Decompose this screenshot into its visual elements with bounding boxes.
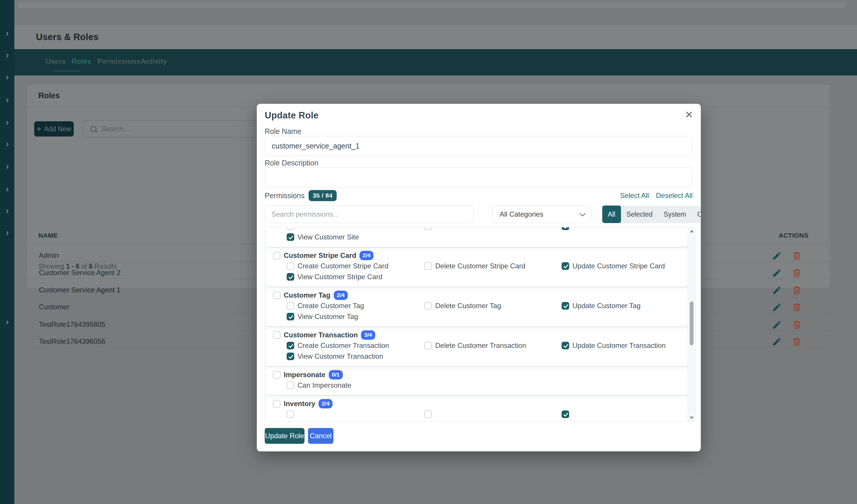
permission-checkbox[interactable]: [287, 352, 294, 360]
permission-label: View Customer Site: [298, 233, 359, 241]
role-name-value: customer_service_agent_1: [272, 142, 359, 150]
permission-label: Delete Customer Stripe Card: [435, 262, 525, 270]
group-count-badge: 0/1: [329, 370, 343, 380]
permission-label: Delete Customer Transaction: [435, 342, 526, 350]
filter-all[interactable]: All: [602, 206, 621, 223]
group-title: Inventory: [284, 400, 315, 408]
group-title: Customer Tag: [284, 291, 331, 299]
permission-label: Create Customer Tag: [298, 302, 364, 310]
permission-checkbox[interactable]: [287, 227, 294, 230]
group-count-badge: 2/4: [334, 291, 348, 300]
scrollbar[interactable]: [688, 227, 695, 421]
permission-checkbox[interactable]: [287, 313, 294, 320]
permission-group: Customer Stripe Card 2/4 Create Customer…: [266, 250, 688, 287]
permission-checkbox[interactable]: [287, 233, 294, 241]
scroll-down-icon[interactable]: [690, 417, 694, 419]
permission-label: Update Customer Stripe Card: [572, 262, 665, 270]
permission-checkbox[interactable]: [287, 302, 294, 310]
scrollbar-thumb[interactable]: [690, 301, 693, 345]
group-count-badge: 3/4: [361, 330, 375, 340]
permission-checkbox[interactable]: [424, 262, 432, 270]
permission-checkbox[interactable]: [287, 262, 294, 270]
permissions-count-badge: 35 / 84: [308, 190, 337, 201]
permission-checkbox[interactable]: [561, 342, 569, 349]
permission-checkbox[interactable]: [424, 411, 432, 418]
group-checkbox[interactable]: [273, 371, 281, 379]
permissions-list: View Customer Site Customer Stripe Card …: [265, 227, 695, 422]
filter-segmented-control: All Selected System Custom: [602, 206, 701, 223]
cancel-button[interactable]: Cancel: [308, 428, 333, 444]
permission-group: View Customer Site: [266, 227, 688, 247]
role-description-input[interactable]: [265, 168, 693, 187]
permission-checkbox[interactable]: [424, 302, 432, 310]
screen: Users & Roles Users Roles Permissions Ac…: [0, 0, 857, 504]
update-role-modal: Update Role ✕ Role Name customer_service…: [257, 104, 701, 451]
chevron-down-icon: [580, 210, 586, 216]
permission-label: View Customer Transaction: [298, 352, 383, 361]
permission-label: View Customer Tag: [298, 313, 358, 321]
permission-checkbox[interactable]: [287, 342, 294, 349]
category-dropdown[interactable]: All Categories: [492, 206, 591, 223]
group-checkbox[interactable]: [273, 252, 281, 259]
permissions-search-input[interactable]: Search permissions...: [265, 206, 473, 223]
permission-label: Update Customer Transaction: [572, 342, 666, 350]
group-checkbox[interactable]: [273, 292, 281, 299]
permission-label: Delete Customer Tag: [435, 302, 501, 310]
permission-group: Inventory 2/4: [266, 399, 688, 422]
permission-checkbox[interactable]: [424, 342, 432, 349]
group-title: Impersonate: [284, 371, 325, 379]
permission-checkbox[interactable]: [287, 273, 294, 281]
permission-checkbox[interactable]: [424, 227, 432, 230]
filter-custom[interactable]: Custom: [692, 206, 701, 223]
filter-selected[interactable]: Selected: [621, 206, 658, 223]
group-title: Customer Transaction: [284, 331, 358, 339]
deselect-all-link[interactable]: Deselect All: [656, 191, 693, 200]
group-checkbox[interactable]: [273, 400, 281, 407]
permission-label: Create Customer Transaction: [298, 342, 389, 350]
permission-checkbox[interactable]: [561, 302, 569, 310]
permission-group: Customer Tag 2/4 Create Customer Tag Del…: [266, 290, 688, 327]
permission-group: Customer Transaction 3/4 Create Customer…: [266, 330, 688, 366]
permission-checkbox[interactable]: [287, 382, 294, 389]
permissions-header-row: Permissions 35 / 84 Select All Deselect …: [265, 190, 693, 201]
role-name-label: Role Name: [265, 127, 301, 136]
permissions-label: Permissions: [265, 191, 304, 200]
permission-label: Update Customer Tag: [572, 302, 641, 310]
permission-label: Create Customer Stripe Card: [298, 262, 388, 270]
permissions-search-placeholder: Search permissions...: [271, 210, 339, 219]
permissions-controls: Search permissions... All Categories All…: [265, 206, 693, 223]
permission-checkbox[interactable]: [287, 411, 294, 418]
modal-title: Update Role: [265, 110, 319, 121]
group-checkbox[interactable]: [273, 331, 281, 339]
select-all-link[interactable]: Select All: [620, 191, 649, 200]
permission-checkbox[interactable]: [561, 227, 569, 230]
permission-checkbox[interactable]: [561, 411, 569, 418]
permission-label: Can Impersonate: [298, 381, 351, 389]
permission-group: Impersonate 0/1 Can Impersonate: [266, 370, 688, 395]
role-description-label: Role Description: [265, 159, 318, 167]
group-count-badge: 2/4: [359, 251, 373, 260]
scroll-up-icon[interactable]: [690, 230, 694, 232]
category-selected-value: All Categories: [500, 210, 543, 219]
permission-label: View Customer Stripe Card: [298, 273, 382, 281]
group-title: Customer Stripe Card: [284, 251, 356, 260]
role-name-input[interactable]: customer_service_agent_1: [265, 136, 693, 156]
filter-system[interactable]: System: [658, 206, 692, 223]
update-role-button[interactable]: Update Role: [265, 428, 304, 444]
permission-checkbox[interactable]: [561, 262, 569, 270]
close-icon[interactable]: ✕: [685, 110, 693, 120]
group-count-badge: 2/4: [319, 399, 333, 409]
